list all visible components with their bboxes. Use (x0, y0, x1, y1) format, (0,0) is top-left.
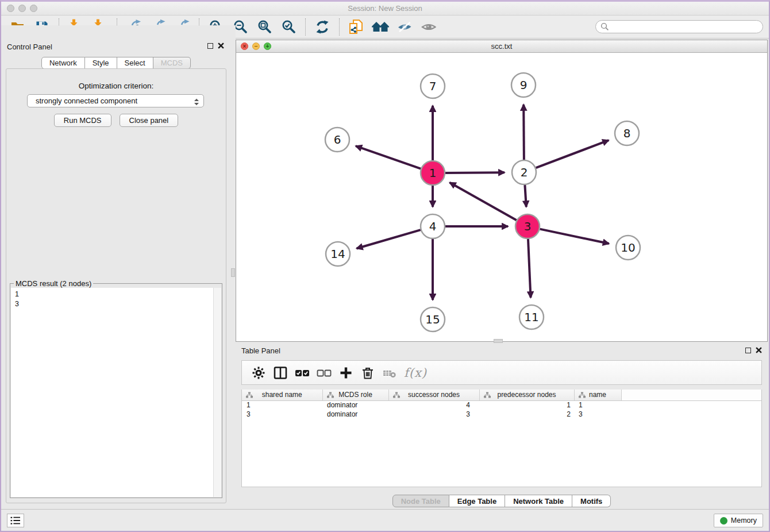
hide-selected-eye-slash-icon[interactable] (395, 17, 414, 37)
tab-network[interactable]: Network (41, 57, 85, 69)
graph-edge-2-3[interactable] (525, 185, 526, 207)
search-field-wrap (595, 20, 763, 33)
column-header-name[interactable]: name (574, 390, 621, 400)
graph-node-2[interactable]: 2 (512, 160, 536, 184)
float-table-panel-icon[interactable] (745, 348, 751, 353)
application-window: Session: New Session (0, 0, 770, 532)
table-cell[interactable]: 1 (242, 400, 322, 410)
search-input[interactable] (595, 20, 763, 33)
graph-edge-1-2[interactable] (445, 172, 505, 173)
function-builder-icon[interactable]: f(x) (403, 364, 428, 381)
table-cell[interactable]: 1 (574, 400, 621, 410)
table-tabs: Node TableEdge TableNetwork TableMotifs (236, 491, 768, 511)
tab-mcds[interactable]: MCDS (153, 57, 191, 69)
mcds-result-line: 1 (15, 290, 213, 299)
close-table-panel-icon[interactable] (756, 347, 762, 353)
svg-text:4: 4 (429, 219, 437, 233)
column-header-predecessor-nodes[interactable]: predecessor nodes (479, 390, 574, 400)
graph-edge-3-10[interactable] (540, 229, 609, 244)
graph-edge-2-9[interactable] (523, 105, 524, 160)
tab-node-table[interactable]: Node Table (392, 495, 449, 507)
graph-edge-2-8[interactable] (536, 140, 609, 168)
table-row[interactable]: 1dominator411 (242, 400, 761, 410)
graph-node-7[interactable]: 7 (421, 74, 445, 98)
mcds-result-list[interactable]: 13 (11, 288, 213, 497)
result-scrollbar[interactable] (213, 288, 221, 497)
graph-node-9[interactable]: 9 (511, 73, 536, 97)
task-history-button[interactable] (7, 514, 24, 527)
graph-node-8[interactable]: 8 (615, 121, 639, 145)
vertical-splitter[interactable] (231, 25, 236, 509)
two-houses-icon[interactable] (371, 17, 390, 37)
close-panel-button[interactable]: Close panel (120, 114, 179, 127)
new-network-from-selection-icon[interactable] (346, 17, 366, 37)
table-cell[interactable]: 3 (242, 410, 322, 419)
status-bar: Memory (1, 509, 769, 531)
column-header-successor-nodes[interactable]: successor nodes (388, 390, 479, 400)
splitter-grip[interactable] (231, 268, 235, 277)
table-toolbar: f(x) (241, 360, 762, 385)
run-mcds-button[interactable]: Run MCDS (54, 114, 111, 127)
graph-node-10[interactable]: 10 (616, 236, 640, 260)
tab-select[interactable]: Select (117, 57, 153, 69)
graph-edge-3-11[interactable] (528, 239, 531, 298)
table-cell[interactable]: 2 (479, 410, 574, 419)
delete-column-icon[interactable] (359, 364, 376, 381)
graph-node-15[interactable]: 15 (421, 307, 445, 331)
graph-node-4[interactable]: 4 (421, 214, 445, 238)
graph-node-1[interactable]: 1 (421, 161, 445, 185)
svg-text:15: 15 (425, 313, 440, 326)
network-window-title: scc.txt (236, 42, 767, 51)
column-header-shared-name[interactable]: shared name (242, 390, 322, 400)
table-cell[interactable]: dominator (322, 400, 388, 410)
mcds-panel: Optimization criterion: strongly connect… (6, 68, 226, 503)
apply-layout-icon[interactable] (313, 17, 332, 37)
graph-edge-1-6[interactable] (356, 146, 421, 169)
tab-style[interactable]: Style (85, 57, 117, 69)
optimization-criterion-select[interactable]: strongly connected component (27, 94, 204, 107)
zoom-fit-icon[interactable] (255, 17, 274, 37)
table-cell[interactable]: 3 (574, 410, 621, 419)
tab-network-table[interactable]: Network Table (505, 495, 572, 507)
toolbar-separator (305, 18, 306, 36)
zoom-selected-icon[interactable] (279, 17, 298, 37)
table-cell[interactable]: 3 (388, 410, 479, 419)
horizontal-splitter-grip[interactable] (494, 339, 503, 343)
memory-button[interactable]: Memory (714, 514, 763, 527)
graph-node-11[interactable]: 11 (519, 305, 544, 329)
graph-node-3[interactable]: 3 (515, 214, 540, 238)
column-header-MCDS-role[interactable]: MCDS role (322, 390, 388, 400)
svg-text:6: 6 (334, 133, 341, 147)
select-spinner-icon (193, 97, 200, 109)
mcds-result-line: 3 (15, 299, 213, 309)
split-panel-icon[interactable] (272, 364, 289, 381)
table-body: 1dominator4113dominator323 (242, 400, 761, 419)
delete-table-icon[interactable] (381, 364, 398, 381)
network-canvas[interactable]: 7968124314101511 (236, 53, 767, 341)
table-cell[interactable]: dominator (322, 410, 388, 419)
select-all-icon[interactable] (294, 364, 311, 381)
graph-edge-4-14[interactable] (357, 230, 421, 248)
graph-node-6[interactable]: 6 (325, 128, 349, 152)
graph-edge-3-1[interactable] (450, 183, 517, 221)
settings-gear-icon[interactable] (250, 364, 267, 381)
table-row[interactable]: 3dominator323 (242, 410, 761, 419)
table-cell[interactable]: 4 (388, 400, 479, 410)
tab-motifs[interactable]: Motifs (572, 495, 611, 507)
tab-edge-table[interactable]: Edge Table (449, 495, 505, 507)
table-header-row: shared nameMCDS rolesuccessor nodesprede… (242, 390, 761, 400)
table-cell[interactable]: 1 (479, 400, 574, 410)
graph-node-14[interactable]: 14 (326, 242, 350, 266)
network-window-titlebar[interactable]: × – + scc.txt (236, 40, 767, 53)
svg-text:7: 7 (429, 79, 437, 93)
table-panel: Table Panel (236, 344, 768, 512)
svg-text:3: 3 (524, 219, 532, 233)
close-panel-icon[interactable] (218, 43, 224, 49)
show-all-eye-icon[interactable] (419, 17, 438, 37)
add-column-icon[interactable] (337, 364, 355, 381)
svg-text:2: 2 (521, 165, 528, 179)
float-panel-icon[interactable] (207, 43, 213, 49)
deselect-all-icon[interactable] (315, 364, 333, 381)
control-panel-title: Control Panel (7, 43, 52, 51)
search-icon (600, 22, 609, 31)
